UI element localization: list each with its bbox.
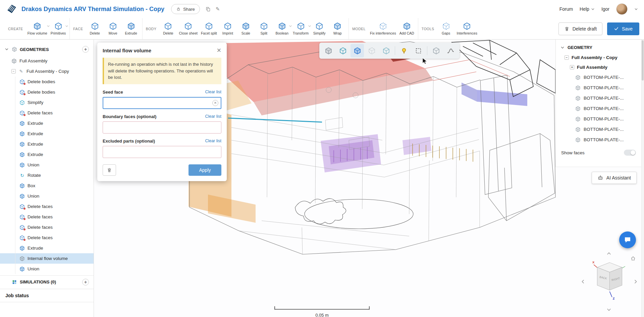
tree-item-box[interactable]: Box <box>0 180 94 191</box>
forum-link[interactable]: Forum <box>559 6 573 12</box>
add-simulation-button[interactable]: + <box>82 279 89 285</box>
tree-item-rotate[interactable]: ↻ Rotate <box>0 170 94 180</box>
toolbar-face-extrude[interactable]: Extrude <box>122 22 140 35</box>
rp-item-full-assembly[interactable]: + Full Assembly <box>556 62 641 72</box>
tree-item-simplify[interactable]: Simplify <box>0 97 94 108</box>
toolbar-boolean[interactable]: Boolean <box>273 22 291 35</box>
chevron-down-icon[interactable] <box>5 47 9 51</box>
geometries-section-header[interactable]: GEOMETRIES + <box>0 43 94 56</box>
geometry-section-header[interactable]: GEOMETRY <box>556 42 641 53</box>
tree-item-extrude[interactable]: Extrude <box>0 128 94 139</box>
tree-item-extrude[interactable]: Extrude <box>0 118 94 128</box>
toolbar-wrap[interactable]: Wrap <box>328 22 346 35</box>
rotate-down-icon[interactable] <box>606 307 611 312</box>
toolbar-primitives[interactable]: Primitives <box>49 22 68 35</box>
measure-spline-icon[interactable] <box>444 44 457 57</box>
help-menu[interactable]: Help <box>580 6 595 12</box>
vertical-scrollbar[interactable] <box>641 40 644 317</box>
toolbar-close-sheet[interactable]: Close sheet <box>177 22 199 35</box>
simulations-section-header[interactable]: SIMULATIONS (0) + <box>0 275 94 288</box>
seed-face-input[interactable] <box>103 97 221 109</box>
tree-item-delete-faces[interactable]: Delete faces <box>0 222 94 232</box>
tree-item-delete-faces[interactable]: Delete faces <box>0 232 94 243</box>
part-item[interactable]: BOTTOM-PLATE-... <box>556 83 641 93</box>
orientation-cube[interactable]: X Z BACK RIGHT <box>592 258 628 300</box>
boundary-faces-input[interactable] <box>103 121 221 134</box>
tree-item-delete-bodies[interactable]: Delete bodies <box>0 76 94 87</box>
tree-item-full-assembly[interactable]: Full Assembly <box>0 56 94 66</box>
tree-item-extrude[interactable]: Extrude <box>0 139 94 149</box>
share-button[interactable]: Share <box>171 4 200 14</box>
section-view-icon[interactable] <box>379 44 393 57</box>
apply-button[interactable]: Apply <box>189 164 221 176</box>
excluded-parts-input[interactable] <box>103 146 221 158</box>
seed-face-clear-link[interactable]: Clear list <box>205 90 221 94</box>
close-icon[interactable]: ✕ <box>217 48 221 53</box>
chevron-down-icon[interactable] <box>560 46 565 50</box>
toolbar-fix-interferences[interactable]: Fix interferences <box>368 22 398 35</box>
excluded-clear-link[interactable]: Clear list <box>205 139 221 143</box>
collapse-icon[interactable]: − <box>11 69 16 73</box>
rp-item-full-assembly-copy[interactable]: − Full Assembly - Copy <box>556 53 641 62</box>
home-view-icon[interactable] <box>630 256 636 261</box>
chevron-down-icon[interactable] <box>634 7 638 11</box>
tree-item-internal-flow-volume[interactable]: Internal flow volume <box>0 253 94 264</box>
rotate-left-icon[interactable] <box>580 279 585 284</box>
wireframe-view-icon[interactable] <box>336 44 350 57</box>
toolbar-imprint[interactable]: Imprint <box>219 22 237 35</box>
rotate-up-icon[interactable] <box>606 251 611 256</box>
ai-assistant-button[interactable]: AI Assistant <box>592 172 637 184</box>
delete-operation-button[interactable] <box>103 164 116 176</box>
isolate-icon[interactable] <box>429 44 443 57</box>
show-faces-toggle[interactable] <box>624 150 636 156</box>
tree-item-delete-bodies[interactable]: Delete bodies <box>0 87 94 97</box>
tree-item-union[interactable]: Union <box>0 191 94 201</box>
job-status[interactable]: Job status <box>0 289 94 302</box>
light-icon[interactable] <box>397 44 411 57</box>
rotate-right-icon[interactable] <box>633 279 638 284</box>
toolbar-flow-volume[interactable]: Flow volume <box>26 22 49 35</box>
tree-item-full-assembly-copy[interactable]: − ✎ Full Assembly - Copy <box>0 66 94 76</box>
part-item[interactable]: BOTTOM-PLATE-... <box>556 135 641 145</box>
transparent-view-icon[interactable] <box>351 44 364 57</box>
tree-item-delete-faces[interactable]: Delete faces <box>0 212 94 222</box>
shaded-view-icon[interactable] <box>322 44 335 57</box>
tree-item-delete-faces[interactable]: Delete faces <box>0 201 94 212</box>
part-item[interactable]: BOTTOM-PLATE-... <box>556 124 641 135</box>
avatar[interactable] <box>616 3 628 15</box>
add-geometry-button[interactable]: + <box>82 46 89 53</box>
hidden-line-view-icon[interactable] <box>365 44 378 57</box>
boundary-clear-link[interactable]: Clear list <box>205 114 221 119</box>
part-item[interactable]: BOTTOM-PLATE-... <box>556 93 641 103</box>
tree-item-extrude[interactable]: Extrude <box>0 149 94 160</box>
tree-item-extrude[interactable]: Extrude <box>0 243 94 253</box>
box-select-icon[interactable] <box>412 44 425 57</box>
chevron-down-icon[interactable] <box>65 24 68 28</box>
scrollbar-thumb[interactable] <box>642 40 644 81</box>
toolbar-split[interactable]: Split <box>255 22 273 35</box>
toolbar-face-delete[interactable]: Delete <box>86 22 104 35</box>
toolbar-add-cad[interactable]: Add CAD <box>398 22 416 35</box>
toolbar-interferences[interactable]: Interferences <box>455 22 479 35</box>
toolbar-face-move[interactable]: Move <box>104 22 122 35</box>
delete-draft-button[interactable]: Delete draft <box>558 22 602 35</box>
project-title[interactable]: Drakos Dynamics ARV Thermal Simulation -… <box>21 6 164 13</box>
expand-icon[interactable]: + <box>570 65 574 69</box>
collapse-icon[interactable]: − <box>565 55 569 60</box>
part-item[interactable]: BOTTOM-PLATE-... <box>556 103 641 114</box>
tree-item-delete-faces[interactable]: Delete faces <box>0 108 94 118</box>
part-item[interactable]: BOTTOM-PLATE-... <box>556 114 641 124</box>
toolbar-scale[interactable]: Scale <box>237 22 255 35</box>
tree-item-union[interactable]: Union <box>0 264 94 274</box>
chat-support-button[interactable] <box>619 231 636 248</box>
toolbar-body-delete[interactable]: Delete <box>159 22 177 35</box>
rename-icon[interactable]: ✎ <box>216 6 220 12</box>
toolbar-transform[interactable]: Transform <box>291 22 310 35</box>
save-button[interactable]: Save <box>607 22 639 35</box>
copy-icon[interactable] <box>205 6 211 12</box>
remove-selection-icon[interactable]: ✕ <box>212 100 218 106</box>
app-logo-icon[interactable] <box>6 3 17 15</box>
toolbar-gaps[interactable]: Gaps <box>437 22 455 35</box>
part-item[interactable]: BOTTOM-PLATE-... <box>556 72 641 83</box>
tree-item-union[interactable]: Union <box>0 160 94 170</box>
